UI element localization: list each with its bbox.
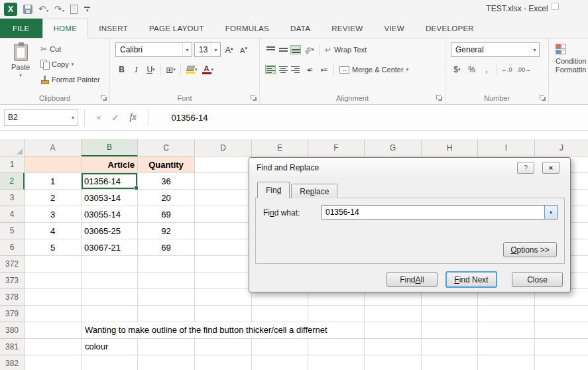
- orientation-button[interactable]: ab▾: [303, 42, 316, 57]
- window-control[interactable]: [552, 3, 559, 10]
- cell-C3[interactable]: 20: [138, 190, 195, 206]
- cell-B380[interactable]: Wanting to make outline of the find butt…: [82, 322, 138, 339]
- cell-C378[interactable]: [138, 289, 195, 306]
- cell-A380[interactable]: [25, 322, 82, 339]
- find-next-button[interactable]: Find Next: [445, 271, 497, 288]
- col-header-E[interactable]: E: [252, 139, 308, 156]
- top-align-button[interactable]: [265, 45, 276, 54]
- cell-C373[interactable]: [138, 273, 195, 289]
- col-header-C[interactable]: C: [138, 139, 195, 156]
- format-painter-button[interactable]: Format Painter: [38, 72, 102, 86]
- row-header-373[interactable]: 373: [0, 273, 25, 289]
- chevron-down-icon[interactable]: ▾: [211, 43, 220, 56]
- cell-G382[interactable]: [365, 355, 422, 370]
- dialog-launcher-icon[interactable]: [539, 94, 546, 101]
- cell-E382[interactable]: [252, 355, 308, 370]
- cell-B3[interactable]: 03053-14: [82, 190, 138, 206]
- align-left-button[interactable]: [265, 65, 276, 74]
- cell-H381[interactable]: [422, 339, 478, 355]
- cell-A2[interactable]: 1: [25, 173, 82, 190]
- bottom-align-button[interactable]: [290, 45, 301, 54]
- row-header-1[interactable]: 1: [0, 156, 25, 173]
- col-header-F[interactable]: F: [308, 139, 365, 156]
- font-size-select[interactable]: 13 ▾: [194, 42, 221, 57]
- fill-color-button[interactable]: ▾: [184, 62, 199, 77]
- ribbon-tab-page-layout[interactable]: PAGE LAYOUT: [139, 19, 215, 38]
- cell-B2[interactable]: 01356-14: [82, 173, 138, 190]
- comma-format-button[interactable]: ,: [480, 62, 493, 77]
- cell-A1[interactable]: [25, 156, 82, 173]
- row-header-5[interactable]: 5: [0, 223, 25, 239]
- row-header-382[interactable]: 382: [0, 355, 25, 370]
- col-header-I[interactable]: I: [478, 139, 535, 156]
- cell-B5[interactable]: 03065-25: [82, 223, 138, 239]
- align-center-button[interactable]: [278, 65, 288, 74]
- insert-function-button[interactable]: fx: [130, 112, 137, 123]
- copy-button[interactable]: Copy ▾: [38, 57, 102, 71]
- cell-D1[interactable]: [195, 156, 252, 173]
- cell-J382[interactable]: [535, 355, 588, 370]
- cell-C1[interactable]: Quantity: [138, 156, 195, 173]
- cell-I382[interactable]: [478, 355, 535, 370]
- cell-C372[interactable]: [138, 256, 195, 273]
- tab-find[interactable]: Find: [257, 182, 290, 198]
- dialog-launcher-icon[interactable]: [436, 94, 443, 101]
- row-header-381[interactable]: 381: [0, 339, 25, 355]
- ribbon-tab-data[interactable]: DATA: [280, 19, 321, 38]
- row-header-4[interactable]: 4: [0, 206, 25, 223]
- cell-A6[interactable]: 5: [25, 239, 82, 256]
- close-button[interactable]: Close: [512, 272, 563, 287]
- cell-D3[interactable]: [195, 190, 252, 206]
- cell-C379[interactable]: [138, 306, 195, 322]
- redo-button[interactable]: ↷▾: [54, 5, 64, 14]
- cell-I381[interactable]: [478, 339, 535, 355]
- cell-E379[interactable]: [252, 306, 308, 322]
- row-header-380[interactable]: 380: [0, 322, 25, 339]
- dialog-launcher-icon[interactable]: [100, 94, 107, 101]
- cell-C5[interactable]: 92: [138, 223, 195, 239]
- ribbon-tab-insert[interactable]: INSERT: [88, 19, 139, 38]
- merge-center-button[interactable]: ↔ Merge & Center ▾: [337, 63, 410, 77]
- undo-button[interactable]: ↶▾: [38, 5, 48, 14]
- tab-replace[interactable]: Replace: [291, 184, 337, 198]
- cell-B379[interactable]: [82, 306, 138, 322]
- cell-G381[interactable]: [365, 339, 422, 355]
- options-button[interactable]: Options >>: [503, 242, 557, 257]
- dialog-close-icon[interactable]: ×: [542, 162, 559, 174]
- decrease-decimal-button[interactable]: .00→: [516, 62, 533, 77]
- percent-format-button[interactable]: %: [465, 62, 478, 77]
- cut-button[interactable]: ✂ Cut: [38, 42, 102, 56]
- shrink-font-button[interactable]: A▾: [237, 42, 250, 57]
- cell-C4[interactable]: 69: [138, 206, 195, 223]
- underline-button[interactable]: U ▾: [145, 62, 157, 77]
- cell-D378[interactable]: [195, 289, 252, 306]
- cell-B372[interactable]: [82, 256, 138, 273]
- ribbon-tab-formulas[interactable]: FORMULAS: [215, 19, 280, 38]
- currency-format-button[interactable]: $▾: [451, 62, 463, 77]
- ribbon-tab-developer[interactable]: DEVELOPER: [415, 19, 485, 38]
- cell-D379[interactable]: [195, 306, 252, 322]
- select-all-corner[interactable]: [0, 139, 25, 156]
- cell-D382[interactable]: [195, 355, 252, 370]
- number-format-select[interactable]: General ▾: [451, 42, 540, 57]
- cell-C382[interactable]: [138, 355, 195, 370]
- cell-F381[interactable]: [308, 339, 365, 355]
- cell-A378[interactable]: [25, 289, 82, 306]
- cell-B382[interactable]: [82, 355, 138, 370]
- italic-button[interactable]: I: [130, 62, 143, 77]
- name-box[interactable]: B2 ▾: [4, 109, 78, 126]
- cell-C2[interactable]: 36: [138, 173, 195, 190]
- cell-C381[interactable]: [138, 339, 195, 355]
- find-what-combobox[interactable]: 01356-14 ▾: [322, 205, 558, 219]
- cell-B6[interactable]: 03067-21: [82, 239, 138, 256]
- cell-I379[interactable]: [478, 306, 535, 322]
- cell-H379[interactable]: [422, 306, 478, 322]
- cell-J380[interactable]: [535, 322, 588, 339]
- cell-G380[interactable]: [365, 322, 422, 339]
- cell-D6[interactable]: [195, 239, 252, 256]
- cell-D372[interactable]: [195, 256, 252, 273]
- chevron-down-icon[interactable]: ▾: [544, 206, 557, 219]
- chevron-down-icon[interactable]: ▾: [530, 43, 539, 56]
- conditional-formatting-button[interactable]: Condition Formattin: [556, 57, 586, 74]
- find-all-button[interactable]: Find All: [386, 272, 438, 287]
